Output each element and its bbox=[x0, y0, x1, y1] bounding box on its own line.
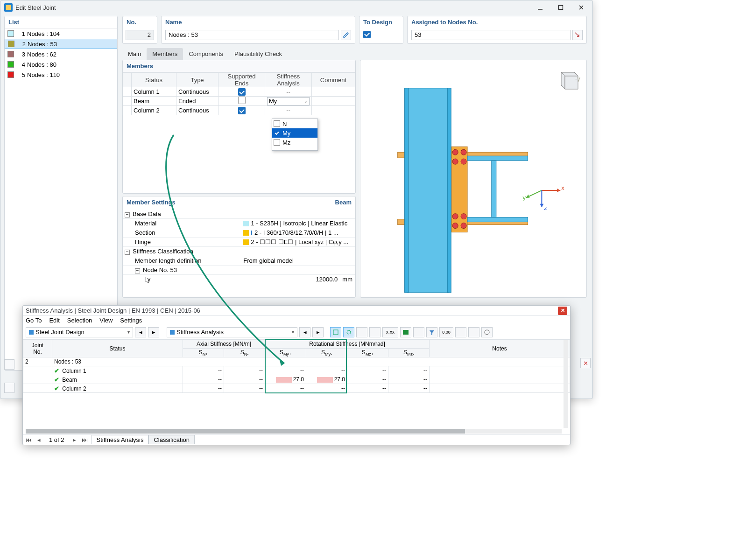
result-row[interactable]: ✔ Column 2------------ bbox=[23, 384, 570, 393]
window-title: Edit Steel Joint bbox=[15, 4, 56, 11]
prev-table-button[interactable]: ◂ bbox=[299, 327, 310, 337]
tab-components[interactable]: Components bbox=[183, 48, 229, 60]
name-field[interactable]: Nodes : 53 bbox=[165, 30, 339, 40]
member-settings-context: Beam bbox=[335, 199, 352, 206]
members-table: StatusTypeSupported EndsStiffness Analys… bbox=[123, 72, 355, 115]
members-row[interactable]: Column 1Continuous-- bbox=[123, 87, 355, 97]
table-combo[interactable]: Stiffness Analysis▾ bbox=[167, 327, 297, 337]
svg-point-12 bbox=[452, 159, 458, 164]
members-row[interactable]: Column 2Continuous-- bbox=[123, 106, 355, 115]
tool-button-4[interactable] bbox=[369, 327, 381, 337]
close-button[interactable] bbox=[575, 3, 587, 12]
maximize-button[interactable] bbox=[555, 3, 567, 12]
results-table[interactable]: JointNo.StatusAxial Stiffness [MN/m]Rota… bbox=[23, 339, 570, 393]
horizontal-scrollbar[interactable] bbox=[26, 429, 562, 434]
settings-row[interactable]: SectionI 2 - I 360/170/8/12.7/0/0/H | 1 … bbox=[123, 228, 355, 238]
sidebar-pin-button[interactable] bbox=[4, 359, 14, 370]
result-row[interactable]: ✔ Beam----27.027.0---- bbox=[23, 375, 570, 384]
filter-button[interactable] bbox=[426, 327, 437, 337]
bottom-tab[interactable]: Stiffness Analysis bbox=[92, 435, 149, 444]
nav-next-button[interactable]: ▸ bbox=[71, 436, 78, 444]
settings-row[interactable]: Member length definitionFrom global mode… bbox=[123, 256, 355, 266]
supported-checkbox[interactable] bbox=[238, 97, 246, 104]
nav-last-button[interactable]: ⏭ bbox=[81, 436, 89, 444]
svg-rect-35 bbox=[29, 330, 34, 335]
result-row[interactable]: ✔ Column 1------------ bbox=[23, 366, 570, 375]
svg-text:y: y bbox=[523, 194, 526, 201]
member-settings-tree: −Base DataMaterial1 - S235H | Isotropic … bbox=[123, 208, 355, 286]
settings-row[interactable]: −Node No. 53 bbox=[123, 266, 355, 275]
list-swatch bbox=[7, 61, 14, 68]
list-item[interactable]: 2Nodes : 53 bbox=[5, 39, 117, 49]
svg-text:x: x bbox=[561, 184, 564, 191]
design-combo[interactable]: Steel Joint Design▾ bbox=[26, 327, 133, 337]
todesign-checkbox[interactable] bbox=[363, 31, 371, 38]
members-row[interactable]: BeamEndedMy⌄ bbox=[123, 97, 355, 106]
no-field[interactable]: 2 bbox=[126, 30, 154, 40]
list-swatch bbox=[7, 71, 14, 78]
export-excel-button[interactable] bbox=[400, 327, 411, 337]
analysis-close-button[interactable]: ✕ bbox=[558, 307, 567, 315]
settings-row[interactable]: Hinge2 - ☐☐☐ ☐E☐ | Local xyz | Cφ,y ... bbox=[123, 238, 355, 247]
assigned-pick-button[interactable] bbox=[572, 30, 583, 40]
settings-row[interactable]: Ly12000.0mm bbox=[123, 275, 355, 284]
tool-button-3[interactable] bbox=[356, 327, 367, 337]
stiffness-dropdown[interactable]: NMyMz bbox=[272, 119, 318, 151]
list-item[interactable]: 4Nodes : 80 bbox=[5, 59, 117, 70]
menu-edit[interactable]: Edit bbox=[49, 317, 59, 324]
list-item[interactable]: 5Nodes : 110 bbox=[5, 70, 117, 80]
nav-prev-button[interactable]: ◂ bbox=[35, 436, 42, 444]
tool-button-7[interactable] bbox=[413, 327, 424, 337]
settings-row[interactable]: −Base Data bbox=[123, 210, 355, 219]
prev-design-button[interactable]: ◂ bbox=[135, 327, 146, 337]
assigned-field[interactable]: 53 bbox=[411, 30, 571, 40]
assigned-panel: Assigned to Nodes No. 53 bbox=[407, 16, 587, 44]
stiffness-field[interactable]: My⌄ bbox=[267, 97, 310, 105]
svg-point-15 bbox=[461, 214, 466, 219]
analysis-right-icons: ✕ bbox=[580, 358, 591, 371]
svg-point-16 bbox=[452, 223, 458, 229]
vertical-scrollbar[interactable] bbox=[564, 340, 568, 428]
name-panel: Name Nodes : 53 bbox=[161, 16, 355, 44]
tool-button-9[interactable]: 0,00 bbox=[439, 327, 453, 337]
list-item[interactable]: 1Nodes : 104 bbox=[5, 28, 117, 39]
dropdown-option[interactable]: Mz bbox=[272, 138, 317, 147]
settings-row[interactable]: Material1 - S235H | Isotropic | Linear E… bbox=[123, 219, 355, 228]
minimize-button[interactable] bbox=[534, 3, 546, 12]
menu-go-to[interactable]: Go To bbox=[26, 317, 42, 324]
next-design-button[interactable]: ▸ bbox=[148, 327, 159, 337]
list-item[interactable]: 3Nodes : 62 bbox=[5, 49, 117, 59]
nav-first-button[interactable]: ⏮ bbox=[25, 436, 32, 444]
tool-button-11[interactable] bbox=[468, 327, 479, 337]
dropdown-option[interactable]: N bbox=[272, 119, 317, 128]
tab-main[interactable]: Main bbox=[122, 48, 147, 60]
tool-button-10[interactable] bbox=[455, 327, 466, 337]
menu-selection[interactable]: Selection bbox=[67, 317, 92, 324]
help-button[interactable] bbox=[481, 327, 493, 337]
bottom-tab[interactable]: Classification bbox=[148, 435, 195, 444]
analysis-menu: Go ToEditSelectionViewSettings bbox=[23, 316, 570, 325]
nav-cube[interactable]: -y bbox=[555, 66, 581, 92]
svg-rect-36 bbox=[170, 330, 175, 335]
menu-settings[interactable]: Settings bbox=[120, 317, 142, 324]
tool-button-5[interactable]: x.xx bbox=[382, 327, 398, 337]
settings-row[interactable]: −Stiffness Classification bbox=[123, 247, 355, 256]
no-panel: No. 2 bbox=[122, 16, 157, 44]
tool-button-2[interactable] bbox=[343, 327, 354, 337]
list-swatch bbox=[8, 41, 14, 47]
menu-view[interactable]: View bbox=[99, 317, 113, 324]
supported-checkbox[interactable] bbox=[238, 88, 246, 96]
supported-checkbox[interactable] bbox=[238, 107, 246, 114]
tab-plausibility-check[interactable]: Plausibility Check bbox=[229, 48, 288, 60]
tool-button-1[interactable] bbox=[330, 327, 341, 337]
sidebar-help-button[interactable] bbox=[4, 383, 14, 393]
svg-point-11 bbox=[461, 149, 466, 155]
tab-members[interactable]: Members bbox=[147, 48, 183, 60]
members-panel: Members StatusTypeSupported EndsStiffnes… bbox=[122, 60, 356, 194]
next-table-button[interactable]: ▸ bbox=[312, 327, 324, 337]
name-edit-button[interactable] bbox=[341, 30, 351, 40]
analysis-clear-button[interactable]: ✕ bbox=[580, 358, 591, 368]
dropdown-option[interactable]: My bbox=[272, 128, 317, 138]
list-title: List bbox=[5, 16, 117, 28]
viewport-3d[interactable]: x y z -y bbox=[360, 60, 587, 298]
